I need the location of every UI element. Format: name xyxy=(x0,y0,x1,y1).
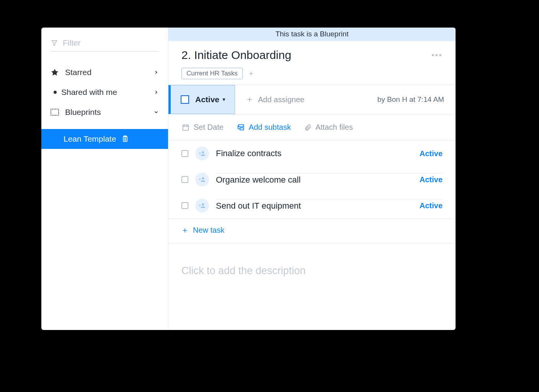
svg-point-23 xyxy=(202,203,204,206)
subtask-checkbox[interactable] xyxy=(181,176,188,183)
chevron-right-icon xyxy=(154,90,159,95)
sidebar: Starred Shared with me Blueprints Lean T… xyxy=(41,28,168,330)
assignee-placeholder-icon[interactable] xyxy=(195,199,209,212)
task-header: 2. Initiate Onboarding ••• Current HR Ta… xyxy=(168,41,456,85)
sidebar-item-lean-template[interactable]: Lean Template xyxy=(41,129,168,149)
sidebar-item-blueprints[interactable]: Blueprints xyxy=(41,102,168,122)
subtask-status[interactable]: Active xyxy=(420,201,443,210)
star-icon xyxy=(51,68,59,77)
sidebar-item-label: Blueprints xyxy=(65,108,101,117)
set-date-button[interactable]: Set Date xyxy=(181,123,224,132)
assignee-placeholder-icon[interactable] xyxy=(195,147,209,160)
chevron-down-icon xyxy=(154,109,159,115)
add-assignee-button[interactable]: Add assignee xyxy=(246,95,304,104)
subtask-row[interactable]: Organize welcome call Active xyxy=(168,167,456,193)
chevron-right-icon xyxy=(154,70,159,75)
main-panel: This task is a Blueprint 2. Initiate Onb… xyxy=(168,28,456,330)
bullet-icon xyxy=(54,91,57,94)
add-assignee-label: Add assignee xyxy=(258,95,304,104)
subtask-row[interactable]: Finalize contracts Active xyxy=(168,140,456,167)
attach-files-label: Attach files xyxy=(315,123,353,132)
add-subtask-button[interactable]: Add subtask xyxy=(237,123,291,132)
filter-input[interactable] xyxy=(63,38,163,47)
svg-rect-9 xyxy=(183,125,189,130)
caret-down-icon: ▼ xyxy=(222,97,226,102)
sidebar-item-starred[interactable]: Starred xyxy=(41,62,168,82)
description-placeholder[interactable]: Click to add the description xyxy=(168,243,456,298)
task-title[interactable]: 2. Initiate Onboarding xyxy=(181,49,291,62)
sidebar-item-shared[interactable]: Shared with me xyxy=(41,82,168,102)
subtask-list: Finalize contracts Active Organize welco… xyxy=(168,140,456,219)
task-byline: by Bon H at 7:14 AM xyxy=(377,95,444,104)
add-subtask-label: Add subtask xyxy=(249,123,291,132)
sidebar-item-label: Shared with me xyxy=(61,88,117,97)
subtask-checkbox[interactable] xyxy=(181,150,188,157)
calendar-icon xyxy=(181,123,190,132)
blueprint-banner: This task is a Blueprint xyxy=(168,28,456,41)
assignee-placeholder-icon[interactable] xyxy=(195,173,209,186)
subtask-title: Organize welcome call xyxy=(216,175,301,185)
dashed-box-icon xyxy=(51,109,59,116)
clipboard-icon xyxy=(121,135,129,143)
subtask-icon xyxy=(237,123,245,132)
svg-point-20 xyxy=(202,177,204,180)
sidebar-item-label: Lean Template xyxy=(64,134,116,144)
filter-field[interactable] xyxy=(51,36,159,52)
app-window: Starred Shared with me Blueprints Lean T… xyxy=(41,28,456,330)
filter-icon xyxy=(51,39,58,47)
subtask-title: Finalize contracts xyxy=(216,149,281,158)
sidebar-item-label: Starred xyxy=(65,68,91,77)
task-tag[interactable]: Current HR Tasks xyxy=(181,68,243,79)
new-task-button[interactable]: New task xyxy=(168,219,456,243)
add-tag-button[interactable] xyxy=(247,70,256,77)
paperclip-icon xyxy=(304,123,312,132)
status-checkbox[interactable] xyxy=(181,95,189,104)
attach-files-button[interactable]: Attach files xyxy=(304,123,353,132)
subtask-checkbox[interactable] xyxy=(181,202,188,209)
subtask-title: Send out IT equipment xyxy=(216,201,301,211)
svg-rect-16 xyxy=(238,124,243,127)
svg-rect-15 xyxy=(240,127,243,130)
set-date-label: Set Date xyxy=(194,123,224,132)
status-label: Active xyxy=(195,95,219,104)
subtask-row[interactable]: Send out IT equipment Active xyxy=(168,193,456,219)
plus-icon xyxy=(181,227,188,234)
subtask-status[interactable]: Active xyxy=(420,149,443,158)
status-row: Active ▼ Add assignee by Bon H at 7:14 A… xyxy=(168,85,456,114)
subtask-status[interactable]: Active xyxy=(420,175,443,184)
more-menu-icon[interactable]: ••• xyxy=(431,50,443,60)
new-task-label: New task xyxy=(193,226,224,235)
svg-point-17 xyxy=(202,151,204,154)
status-dropdown[interactable]: Active ▼ xyxy=(168,85,235,114)
action-row: Set Date Add subtask Attach files xyxy=(168,114,456,140)
